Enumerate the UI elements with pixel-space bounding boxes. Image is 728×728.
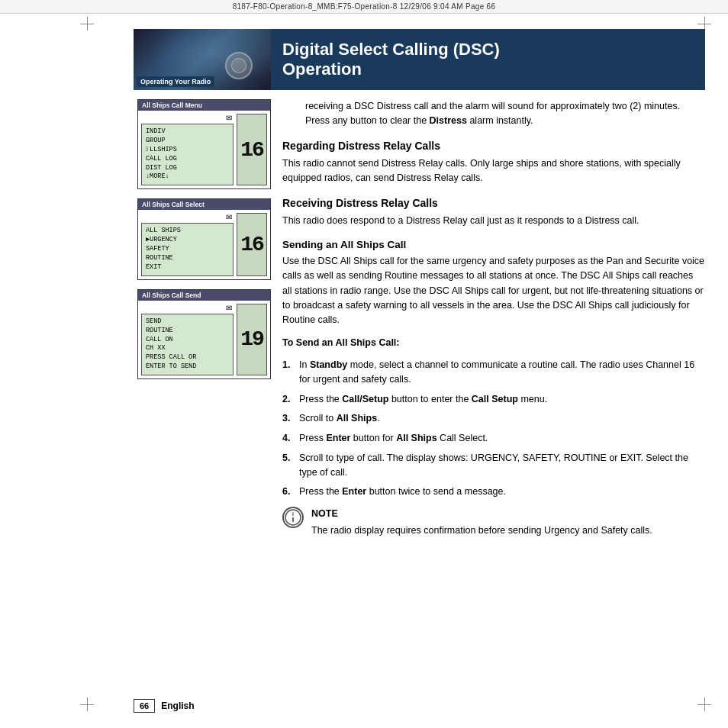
step-4-text: Press Enter button for All Ships Call Se… <box>299 431 488 446</box>
filename-text: 8187-F80-Operation-8_MMB:F75-Operation-8… <box>233 2 496 11</box>
display-number-3: 19 <box>237 304 267 375</box>
step-5-text: Scroll to type of call. The display show… <box>299 451 705 480</box>
section1-body: This radio cannot send Distress Relay ca… <box>282 156 705 186</box>
intro-paragraph: receiving a DSC Distress call and the al… <box>282 99 705 129</box>
step-4: 4. Press Enter button for All Ships Call… <box>282 431 705 446</box>
section3-body: Use the DSC All Ships call for the same … <box>282 254 705 328</box>
display-line: EXIT <box>146 263 229 272</box>
step-2-bold1: Call/Setup <box>342 394 388 404</box>
intro-bold: Distress <box>430 115 467 126</box>
page-number-box: 66 <box>134 699 155 713</box>
diagram-label-1: All Ships Call Menu <box>138 100 270 111</box>
display-line: ►URGENCY <box>146 236 229 245</box>
step-3-text: Scroll to All Ships. <box>299 411 380 426</box>
step-3-bold: All Ships <box>337 413 377 424</box>
chapter-header: Operating Your Radio Digital Select Call… <box>134 29 705 90</box>
step-2: 2. Press the Call/Setup button to enter … <box>282 392 705 407</box>
display-line: SEND <box>146 317 229 327</box>
step-2-text: Press the Call/Setup button to enter the… <box>299 392 547 407</box>
note-icon: i <box>282 507 304 528</box>
top-header-bar: 8187-F80-Operation-8_MMB:F75-Operation-8… <box>0 0 728 14</box>
display-line: ENTER TO SEND <box>146 362 229 372</box>
step-4-num: 4. <box>282 431 295 446</box>
step-6: 6. Press the Enter button twice to send … <box>282 485 705 499</box>
step-3: 3. Scroll to All Ships. <box>282 411 705 426</box>
envelope-icon-2: ✉ <box>141 213 234 221</box>
note-body: The radio display requires confirmation … <box>311 523 652 538</box>
diagram-label-3: All Ships Call Send <box>138 290 270 301</box>
display-content-2: ✉ ALL SHIPS ►URGENCY SAFETY ROUTINE EXIT <box>141 213 234 275</box>
diagram-box-2: All Ships Call Select ✉ ALL SHIPS ►URGEN… <box>137 198 271 279</box>
display-line: CALL ON <box>146 336 229 345</box>
display-number-1: 16 <box>237 114 267 185</box>
steps-list: 1. In Standby mode, select a channel to … <box>282 358 705 499</box>
display-line: ↓MORE↓ <box>146 172 229 182</box>
display-text-2: ALL SHIPS ►URGENCY SAFETY ROUTINE EXIT <box>141 223 234 275</box>
display-line: PRESS CALL OR <box>146 353 229 362</box>
step-1-bold: Standby <box>310 359 347 370</box>
step-1: 1. In Standby mode, select a channel to … <box>282 358 705 387</box>
svg-text:i: i <box>292 511 294 517</box>
header-image: Operating Your Radio <box>134 29 271 90</box>
intro-text-after: alarm instantly. <box>467 115 533 126</box>
header-title: Digital Select Calling (DSC) Operation <box>282 40 694 80</box>
display-line: SAFETY <box>146 245 229 254</box>
display-content-1: ✉ INDIV GROUP 𥮪LLSHIPS CALL LOG DIST LOG… <box>141 114 234 185</box>
envelope-icon-1: ✉ <box>141 114 234 122</box>
diagram-box-1: All Ships Call Menu ✉ INDIV GROUP 𥮪LLSHI… <box>137 99 271 189</box>
step-2-num: 2. <box>282 392 295 407</box>
display-line: CALL LOG <box>146 155 229 164</box>
display-line: ROUTINE <box>146 254 229 263</box>
reg-mark-bottom-left <box>80 697 94 711</box>
note-title: NOTE <box>311 507 652 521</box>
display-screen-3: ✉ SEND ROUTINE CALL ON CH XX PRESS CALL … <box>138 301 270 378</box>
note-box: i NOTE The radio display requires confir… <box>282 507 705 538</box>
footer-language: English <box>161 701 194 711</box>
display-line: DIST LOG <box>146 164 229 173</box>
right-content: receiving a DSC Distress call and the al… <box>282 99 705 682</box>
page-number: 66 <box>140 701 149 710</box>
step-4-bold2: All Ships <box>396 433 436 443</box>
display-text-1: INDIV GROUP 𥮪LLSHIPS CALL LOG DIST LOG ↓… <box>141 124 234 185</box>
section2-heading: Receiving Distress Relay Calls <box>282 197 705 209</box>
section2-body: This radio does respond to a Distress Re… <box>282 214 705 228</box>
diagram-box-3: All Ships Call Send ✉ SEND ROUTINE CALL … <box>137 289 271 379</box>
header-image-label: Operating Your Radio <box>137 76 214 87</box>
send-heading: To Send an All Ships Call: <box>282 336 705 350</box>
display-line: CH XX <box>146 344 229 353</box>
step-6-num: 6. <box>282 485 295 499</box>
step-1-num: 1. <box>282 358 295 387</box>
step-5-num: 5. <box>282 451 295 480</box>
step-5: 5. Scroll to type of call. The display s… <box>282 451 705 480</box>
note-content: NOTE The radio display requires confirma… <box>311 507 652 538</box>
step-1-text: In Standby mode, select a channel to com… <box>299 358 705 387</box>
radio-icon <box>225 52 256 82</box>
display-line: INDIV <box>146 127 229 137</box>
header-title-box: Digital Select Calling (DSC) Operation <box>271 29 705 90</box>
section1-heading: Regarding Distress Relay Calls <box>282 140 705 152</box>
display-text-3: SEND ROUTINE CALL ON CH XX PRESS CALL OR… <box>141 314 234 375</box>
display-screen-1: ✉ INDIV GROUP 𥮪LLSHIPS CALL LOG DIST LOG… <box>138 111 270 188</box>
display-line: GROUP <box>146 137 229 146</box>
step-2-bold2: Call Setup <box>472 394 518 404</box>
section3-heading: Sending an All Ships Call <box>282 239 705 250</box>
envelope-icon-3: ✉ <box>141 304 234 312</box>
step-4-bold1: Enter <box>326 433 350 443</box>
display-screen-2: ✉ ALL SHIPS ►URGENCY SAFETY ROUTINE EXIT… <box>138 210 270 279</box>
note-svg-icon: i <box>284 508 302 527</box>
reg-mark-top-left <box>80 17 94 31</box>
display-line: ALL SHIPS <box>146 227 229 236</box>
step-3-num: 3. <box>282 411 295 426</box>
step-6-bold: Enter <box>342 486 366 497</box>
display-line: 𥮪LLSHIPS <box>146 146 229 155</box>
left-sidebar: All Ships Call Menu ✉ INDIV GROUP 𥮪LLSHI… <box>137 99 271 388</box>
display-line: ROUTINE <box>146 327 229 336</box>
display-content-3: ✉ SEND ROUTINE CALL ON CH XX PRESS CALL … <box>141 304 234 375</box>
display-number-2: 16 <box>237 213 267 275</box>
diagram-label-2: All Ships Call Select <box>138 199 270 210</box>
step-6-text: Press the Enter button twice to send a m… <box>299 485 506 499</box>
page-footer: 66 English <box>134 699 705 713</box>
